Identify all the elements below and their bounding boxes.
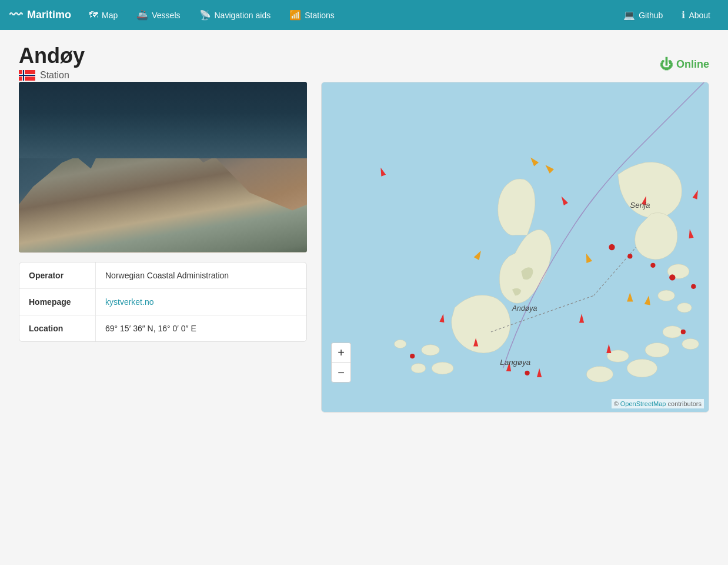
page-content: Andøy Station ⏻ Online Operator [0,30,728,427]
svg-point-45 [410,354,415,358]
operator-row: Operator Norwegian Coastal Administratio… [19,262,306,289]
github-icon: 💻 [623,9,635,21]
homepage-label: Homepage [19,289,96,315]
nav-brand[interactable]: 〰 Maritimo [9,8,71,23]
svg-point-8 [677,303,692,312]
station-type: Station [40,70,69,81]
stations-icon: 📶 [289,9,301,21]
info-card: Operator Norwegian Coastal Administratio… [19,262,307,342]
svg-point-16 [411,363,426,373]
online-status: ⏻ Online [660,57,709,72]
map-controls: + − [331,343,351,383]
zoom-out-button[interactable]: − [331,363,351,383]
homepage-value: kystverket.no [96,289,306,315]
svg-point-44 [525,370,529,375]
svg-point-12 [627,359,657,377]
main-grid: Operator Norwegian Coastal Administratio… [19,82,709,413]
nav-stations-label: Stations [305,11,335,20]
attribution-suffix: contributors [666,400,702,407]
nav-github-label: Github [639,11,663,20]
about-icon: ℹ [682,9,685,21]
map-svg: Senja Langøya Andøya [322,82,709,412]
nav-about-label: About [689,11,710,20]
svg-point-10 [682,338,699,350]
attribution-prefix: © [614,400,620,407]
svg-point-41 [669,274,675,280]
svg-point-40 [650,262,655,267]
status-label: Online [676,58,709,71]
svg-point-18 [394,340,406,348]
norway-flag [19,70,35,81]
map-icon: 🗺 [89,10,98,21]
brand-icon: 〰 [9,8,22,23]
nav-navigation-aids[interactable]: 📡 Navigation aids [191,5,279,25]
svg-text:Senja: Senja [630,201,650,210]
map-attribution: © OpenStreetMap contributors [612,399,704,408]
map-container[interactable]: Senja Langøya Andøya + − © OpenStreetMap… [322,82,709,412]
svg-point-38 [609,244,615,250]
svg-point-17 [432,362,453,374]
svg-text:Langøya: Langøya [500,358,530,367]
svg-point-39 [627,254,632,258]
zoom-in-button[interactable]: + [331,343,351,363]
svg-point-42 [691,284,696,288]
navaid-icon: 📡 [199,9,211,21]
svg-point-15 [422,344,440,355]
location-label: Location [19,315,96,341]
svg-point-43 [681,329,686,334]
location-row: Location 69° 15′ 36″ N, 16° 0′ 0″ E [19,315,306,341]
svg-rect-4 [19,75,35,76]
operator-label: Operator [19,262,96,288]
svg-text:Andøya: Andøya [512,304,537,313]
svg-point-14 [586,366,613,382]
openstreetmap-link[interactable]: OpenStreetMap [620,400,666,407]
location-value: 69° 15′ 36″ N, 16° 0′ 0″ E [96,315,306,341]
nav-map[interactable]: 🗺 Map [81,5,126,25]
vessels-icon: 🚢 [136,9,148,21]
map-panel[interactable]: Senja Langøya Andøya + − © OpenStreetMap… [321,82,709,413]
nav-about[interactable]: ℹ About [673,5,719,25]
nav-github[interactable]: 💻 Github [615,5,671,25]
nav-navaid-label: Navigation aids [215,11,271,20]
homepage-link[interactable]: kystverket.no [105,297,153,307]
status-row: ⏻ Online [19,57,709,72]
operator-value: Norwegian Coastal Administration [96,262,306,288]
homepage-row: Homepage kystverket.no [19,289,306,315]
nav-map-label: Map [102,11,118,20]
nav-vessels-label: Vessels [152,11,180,20]
navbar: 〰 Maritimo 🗺 Map 🚢 Vessels 📡 Navigation … [0,0,728,30]
svg-point-11 [645,343,669,357]
station-photo [19,82,307,252]
svg-point-9 [663,325,682,338]
nav-vessels[interactable]: 🚢 Vessels [128,5,188,25]
power-icon: ⏻ [660,57,673,72]
svg-point-7 [658,290,675,301]
brand-label: Maritimo [27,9,71,21]
nav-stations[interactable]: 📶 Stations [281,5,343,25]
left-panel: Operator Norwegian Coastal Administratio… [19,82,307,413]
